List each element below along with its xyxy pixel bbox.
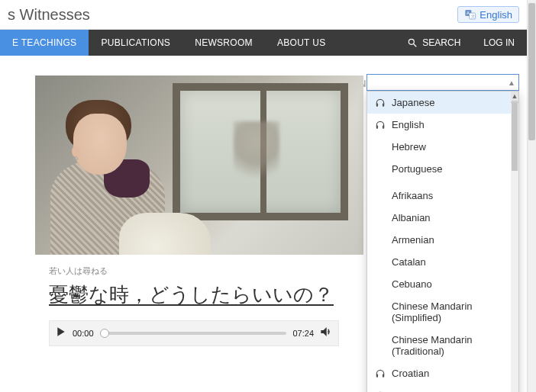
language-option-label: Portuguese: [392, 163, 443, 175]
language-option-label: Armenian: [392, 234, 434, 246]
language-option[interactable]: Croatian: [367, 362, 518, 384]
language-option[interactable]: Armenian: [367, 229, 518, 251]
article-kicker: 若い人は尋ねる: [49, 265, 339, 277]
page-scroll-thumb[interactable]: [528, 3, 535, 140]
language-option[interactable]: English: [367, 114, 518, 136]
volume-icon: [320, 326, 332, 338]
language-option[interactable]: Catalan: [367, 251, 518, 273]
svg-rect-9: [383, 125, 384, 128]
audio-player: 00:00 07:24: [49, 320, 339, 346]
site-language-button[interactable]: A文 English: [457, 6, 519, 23]
language-option-label: Catalan: [392, 256, 426, 268]
play-button[interactable]: [56, 326, 66, 340]
svg-marker-17: [321, 327, 326, 336]
language-option-label: Chinese Mandarin (Traditional): [392, 334, 511, 357]
language-option[interactable]: Cebuano: [367, 273, 518, 295]
language-option[interactable]: Hebrew: [367, 136, 518, 158]
svg-line-5: [414, 44, 417, 47]
nav-login[interactable]: LOG IN: [471, 30, 527, 56]
play-icon: [56, 326, 66, 337]
page-scrollbar[interactable]: [527, 0, 536, 392]
total-time: 07:24: [292, 329, 314, 338]
svg-text:文: 文: [471, 14, 475, 18]
seek-handle[interactable]: [100, 329, 109, 338]
site-language-label: English: [479, 9, 512, 21]
current-time: 00:00: [73, 329, 94, 338]
language-option[interactable]: Afrikaans: [367, 185, 518, 207]
scroll-up-arrow[interactable]: ▲: [511, 92, 518, 101]
language-option-label: English: [392, 119, 425, 130]
language-option[interactable]: Chinese Mandarin (Simplified): [367, 295, 518, 329]
article-headline[interactable]: 憂鬱な時，どうしたらいいの？: [49, 281, 339, 308]
nav-search-label: SEARCH: [422, 37, 460, 48]
search-icon: [407, 37, 418, 48]
translate-icon: A文: [464, 8, 476, 21]
language-option-label: Chinese Mandarin (Simplified): [392, 300, 511, 323]
svg-rect-8: [376, 125, 378, 128]
svg-rect-10: [376, 374, 378, 377]
nav-about-us[interactable]: ABOUT US: [265, 30, 338, 56]
nav-search[interactable]: SEARCH: [396, 30, 471, 56]
svg-text:A: A: [467, 11, 470, 15]
headset-icon: [375, 98, 386, 108]
nav-publications[interactable]: PUBLICATIONS: [89, 30, 182, 56]
brand-title: s Witnesses: [8, 6, 90, 24]
language-dropdown: JapaneseEnglishHebrewPortugueseAfrikaans…: [366, 91, 519, 392]
language-option-label: Japanese: [392, 97, 434, 108]
language-option[interactable]: Portuguese: [367, 158, 518, 180]
headset-icon: [375, 120, 386, 130]
svg-rect-6: [376, 103, 378, 106]
language-option[interactable]: Chinese Mandarin (Traditional): [367, 329, 518, 362]
content-area: READ IN ▲ JapaneseEnglishHebrewPortugues…: [0, 56, 527, 346]
headset-icon: [375, 368, 386, 379]
language-option-label: Cebuano: [392, 278, 432, 290]
article-header: 若い人は尋ねる 憂鬱な時，どうしたらいいの？: [49, 265, 339, 308]
nav-bible-teachings[interactable]: E TEACHINGS: [0, 30, 89, 56]
article-image: [35, 76, 363, 255]
nav-newsroom[interactable]: NEWSROOM: [182, 30, 265, 56]
language-option[interactable]: Japanese: [367, 92, 518, 114]
language-option[interactable]: Albanian: [367, 207, 518, 229]
svg-rect-7: [383, 103, 384, 106]
dropdown-scroll-thumb[interactable]: [512, 102, 518, 171]
language-option-label: Afrikaans: [392, 190, 433, 201]
language-option[interactable]: Czech: [367, 384, 518, 392]
dropdown-scrollbar[interactable]: ▲: [511, 92, 518, 392]
top-bar: s Witnesses A文 English: [0, 0, 527, 30]
chevron-up-icon: ▲: [508, 79, 515, 87]
svg-point-4: [409, 39, 415, 44]
volume-button[interactable]: [320, 326, 332, 341]
language-option-label: Albanian: [392, 212, 431, 223]
seek-track[interactable]: [100, 332, 287, 335]
svg-marker-16: [57, 327, 64, 336]
svg-rect-11: [383, 374, 384, 377]
language-option-label: Hebrew: [392, 141, 426, 153]
main-nav: E TEACHINGS PUBLICATIONS NEWSROOM ABOUT …: [0, 30, 527, 56]
language-option-label: Croatian: [392, 368, 429, 379]
read-in-language-select[interactable]: ▲: [366, 74, 519, 91]
